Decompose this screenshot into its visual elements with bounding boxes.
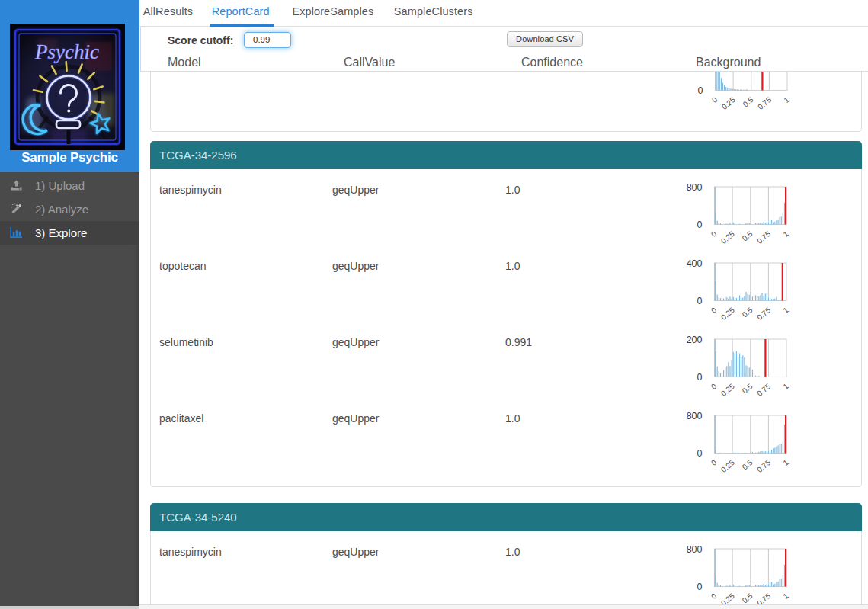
svg-text:0.75: 0.75 (756, 95, 773, 111)
svg-text:0.75: 0.75 (755, 457, 772, 473)
svg-text:1: 1 (782, 95, 791, 104)
svg-text:0.25: 0.25 (720, 95, 737, 111)
svg-text:1: 1 (781, 229, 790, 238)
svg-text:0.25: 0.25 (719, 305, 736, 321)
svg-text:0: 0 (697, 220, 703, 230)
svg-text:0.25: 0.25 (719, 457, 736, 473)
svg-text:0.75: 0.75 (755, 381, 772, 397)
svg-text:0: 0 (710, 95, 719, 104)
svg-text:800: 800 (687, 410, 703, 421)
svg-text:0.75: 0.75 (755, 229, 772, 245)
svg-text:800: 800 (687, 544, 703, 555)
svg-text:0.5: 0.5 (741, 229, 754, 242)
svg-text:0: 0 (697, 448, 703, 459)
svg-text:0.5: 0.5 (741, 457, 754, 471)
svg-text:400: 400 (687, 258, 703, 268)
svg-text:1: 1 (781, 305, 790, 314)
svg-text:1: 1 (781, 457, 790, 466)
svg-text:1: 1 (781, 381, 790, 390)
svg-text:0.25: 0.25 (719, 381, 736, 397)
svg-text:0.5: 0.5 (741, 305, 754, 319)
svg-text:0.5: 0.5 (741, 591, 754, 605)
svg-text:1: 1 (781, 591, 790, 601)
svg-text:0.75: 0.75 (755, 305, 772, 321)
svg-text:0: 0 (709, 591, 719, 601)
svg-text:0.25: 0.25 (719, 229, 736, 245)
svg-text:0: 0 (697, 296, 703, 306)
svg-text:0: 0 (709, 457, 719, 466)
svg-text:0: 0 (709, 381, 719, 390)
svg-text:0.5: 0.5 (741, 381, 754, 395)
svg-text:0.5: 0.5 (741, 95, 755, 109)
svg-text:0: 0 (709, 305, 719, 314)
svg-text:0: 0 (698, 85, 703, 96)
svg-text:0: 0 (709, 229, 719, 238)
svg-text:0: 0 (697, 582, 703, 592)
svg-text:200: 200 (687, 334, 703, 345)
svg-text:800: 800 (687, 181, 703, 192)
svg-text:0: 0 (697, 372, 703, 383)
svg-text:Psychic: Psychic (34, 40, 99, 63)
